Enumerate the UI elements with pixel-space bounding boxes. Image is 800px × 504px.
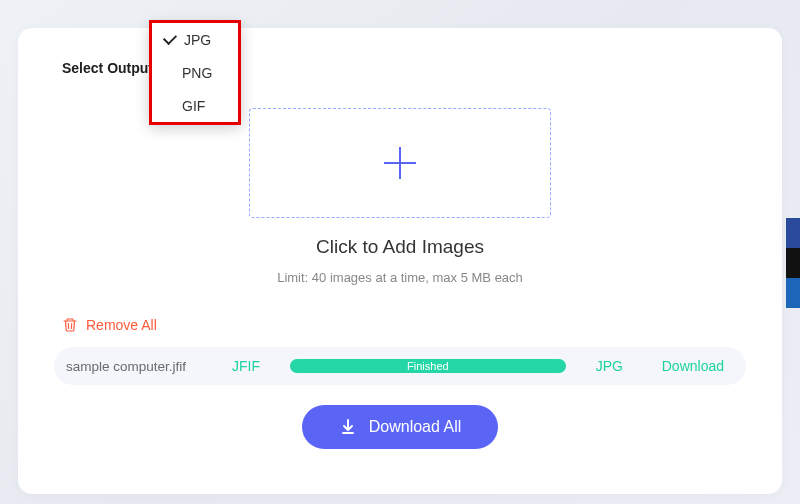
- format-option-png[interactable]: PNG: [152, 56, 238, 89]
- download-icon: [339, 418, 357, 436]
- file-row: sample computer.jfif JFIF Finished JPG D…: [54, 347, 746, 385]
- file-target-format: JPG: [596, 358, 636, 374]
- download-file-button[interactable]: Download: [662, 358, 724, 374]
- remove-all-button[interactable]: Remove All: [86, 317, 157, 333]
- download-all-label: Download All: [369, 418, 462, 436]
- select-output-label: Select Output: [62, 60, 153, 76]
- format-option-jpg[interactable]: JPG: [152, 23, 238, 56]
- file-source-format: JFIF: [232, 358, 274, 374]
- plus-icon: [378, 141, 422, 185]
- add-images-title: Click to Add Images: [54, 236, 746, 258]
- download-all-button[interactable]: Download All: [302, 405, 498, 449]
- side-tab[interactable]: [786, 218, 800, 248]
- trash-icon: [62, 317, 78, 333]
- converter-card: Select Output Click to Add Images Limit:…: [18, 28, 782, 494]
- progress-status: Finished: [290, 359, 566, 373]
- limit-text: Limit: 40 images at a time, max 5 MB eac…: [54, 270, 746, 285]
- side-tab[interactable]: [786, 278, 800, 308]
- file-name: sample computer.jfif: [66, 359, 216, 374]
- side-tab[interactable]: [786, 248, 800, 278]
- add-images-dropzone[interactable]: [249, 108, 551, 218]
- svg-rect-4: [342, 432, 354, 434]
- format-option-gif[interactable]: GIF: [152, 89, 238, 122]
- progress-bar: Finished: [290, 359, 566, 373]
- format-dropdown[interactable]: JPG PNG GIF: [149, 20, 241, 125]
